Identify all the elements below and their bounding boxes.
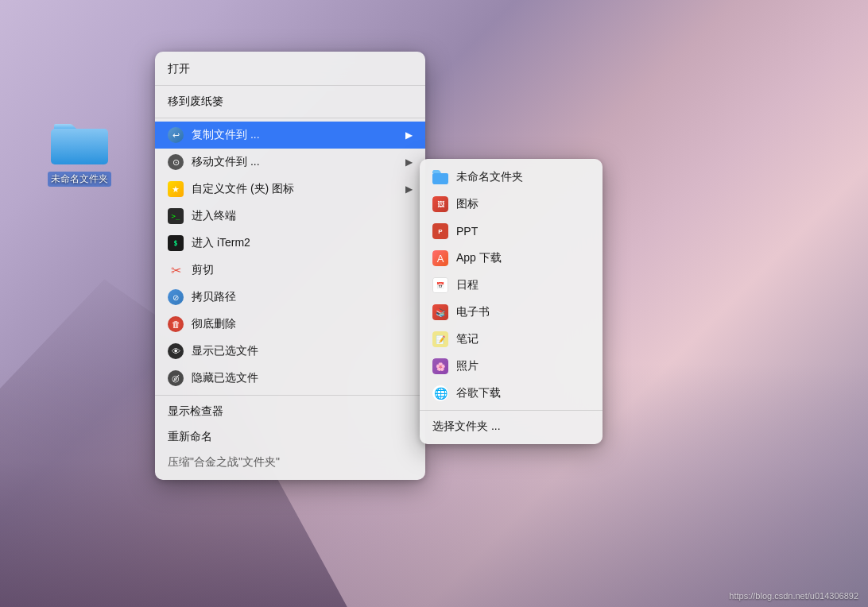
- menu-item-iterm2[interactable]: $ 进入 iTerm2: [155, 230, 425, 257]
- context-menu: 打开 移到废纸篓 ↩ 复制文件到 ... ▶ ⊙ 移动文件到 ... ▶ ★ 自…: [155, 52, 425, 480]
- submenu-separator: [420, 410, 603, 411]
- move-to-icon: ⊙: [168, 154, 184, 170]
- menu-item-cut-label: 剪切: [192, 263, 413, 277]
- menu-item-copy-to[interactable]: ↩ 复制文件到 ... ▶: [155, 122, 425, 149]
- menu-item-more[interactable]: 压缩"合金之战"文件夹": [155, 450, 425, 475]
- hide-icon: ◎̸: [168, 370, 184, 386]
- submenu-photos-label: 照片: [456, 359, 590, 373]
- copy-path-icon: ⊘: [168, 289, 184, 305]
- svg-rect-0: [51, 129, 108, 164]
- submenu-item-photos[interactable]: 🌸 照片: [420, 353, 603, 380]
- separator-1: [155, 85, 425, 86]
- menu-item-open[interactable]: 打开: [155, 56, 425, 82]
- folder-icon: [51, 119, 108, 167]
- submenu-chrome-download-label: 谷歌下载: [456, 386, 590, 400]
- menu-item-delete-label: 彻底删除: [192, 317, 413, 331]
- submenu-item-chrome-download[interactable]: 🌐 谷歌下载: [420, 380, 603, 407]
- menu-item-copy-path[interactable]: ⊘ 拷贝路径: [155, 284, 425, 311]
- submenu-photos-icon: 🌸: [432, 358, 448, 374]
- submenu-item-schedule[interactable]: 📅 日程: [420, 272, 603, 299]
- separator-3: [155, 395, 425, 396]
- submenu-notes-label: 笔记: [456, 332, 590, 346]
- menu-item-rename[interactable]: 重新命名: [155, 424, 425, 450]
- submenu: 未命名文件夹 🖼 图标 P PPT A App 下载 📅 日程 📚 电子书: [420, 159, 603, 444]
- menu-item-move-to-label: 移动文件到 ...: [192, 155, 397, 169]
- delete-icon: 🗑: [168, 316, 184, 332]
- submenu-ppt-icon: P: [432, 223, 448, 239]
- submenu-item-notes[interactable]: 📝 笔记: [420, 326, 603, 353]
- menu-item-open-label: 打开: [168, 62, 413, 76]
- submenu-ebook-icon: 📚: [432, 304, 448, 320]
- submenu-app-icon: A: [432, 250, 448, 266]
- terminal-icon: >_: [168, 208, 184, 224]
- submenu-icons-label: 图标: [456, 197, 590, 211]
- menu-item-trash-label: 移到废纸篓: [168, 95, 413, 109]
- submenu-ppt-label: PPT: [456, 225, 590, 238]
- url-bar: https://blog.csdn.net/u014306892: [729, 591, 858, 601]
- submenu-folder-icon: [432, 169, 448, 185]
- iterm2-icon: $: [168, 235, 184, 251]
- submenu-item-app-download[interactable]: A App 下载: [420, 245, 603, 272]
- submenu-ebook-label: 电子书: [456, 305, 590, 319]
- copy-to-icon: ↩: [168, 127, 184, 143]
- menu-item-more-label: 压缩"合金之战"文件夹": [168, 455, 413, 470]
- menu-item-move-to[interactable]: ⊙ 移动文件到 ... ▶: [155, 149, 425, 176]
- submenu-item-ppt[interactable]: P PPT: [420, 218, 603, 245]
- menu-item-terminal[interactable]: >_ 进入终端: [155, 203, 425, 230]
- menu-item-copy-path-label: 拷贝路径: [192, 290, 413, 304]
- menu-item-show[interactable]: 👁 显示已选文件: [155, 338, 425, 365]
- menu-item-terminal-label: 进入终端: [192, 209, 413, 223]
- custom-icon-arrow: ▶: [405, 184, 413, 195]
- custom-icon-icon: ★: [168, 181, 184, 197]
- menu-item-trash[interactable]: 移到废纸篓: [155, 89, 425, 114]
- url-text: https://blog.csdn.net/u014306892: [729, 591, 858, 601]
- choose-folder-label: 选择文件夹 ...: [432, 419, 501, 434]
- submenu-schedule-icon: 📅: [432, 277, 448, 293]
- show-icon: 👁: [168, 343, 184, 359]
- menu-item-custom-icon[interactable]: ★ 自定义文件 (夹) 图标 ▶: [155, 176, 425, 203]
- separator-2: [155, 118, 425, 118]
- menu-item-inspector-label: 显示检查器: [168, 404, 413, 419]
- menu-item-show-label: 显示已选文件: [192, 344, 413, 358]
- submenu-schedule-label: 日程: [456, 278, 590, 292]
- submenu-choose-folder[interactable]: 选择文件夹 ...: [420, 414, 603, 439]
- copy-to-arrow: ▶: [405, 130, 413, 141]
- submenu-app-download-label: App 下载: [456, 251, 590, 265]
- menu-item-delete[interactable]: 🗑 彻底删除: [155, 311, 425, 338]
- folder-label: 未命名文件夹: [48, 172, 111, 187]
- submenu-chrome-icon: 🌐: [432, 385, 448, 401]
- submenu-notes-icon: 📝: [432, 331, 448, 347]
- menu-item-cut[interactable]: ✂ 剪切: [155, 257, 425, 284]
- menu-item-hide[interactable]: ◎̸ 隐藏已选文件: [155, 365, 425, 392]
- cut-icon: ✂: [168, 262, 184, 278]
- submenu-item-icons[interactable]: 🖼 图标: [420, 191, 603, 218]
- menu-item-custom-icon-label: 自定义文件 (夹) 图标: [192, 182, 397, 196]
- menu-item-iterm2-label: 进入 iTerm2: [192, 236, 413, 250]
- menu-item-copy-to-label: 复制文件到 ...: [192, 128, 397, 142]
- submenu-unnamed-folder-label: 未命名文件夹: [456, 170, 590, 184]
- submenu-item-ebook[interactable]: 📚 电子书: [420, 299, 603, 326]
- submenu-item-unnamed-folder[interactable]: 未命名文件夹: [420, 164, 603, 191]
- menu-item-inspector[interactable]: 显示检查器: [155, 399, 425, 424]
- menu-item-hide-label: 隐藏已选文件: [192, 371, 413, 385]
- desktop-folder[interactable]: 未命名文件夹: [48, 119, 111, 187]
- svg-rect-1: [432, 173, 448, 184]
- submenu-icons-icon: 🖼: [432, 196, 448, 212]
- move-to-arrow: ▶: [405, 157, 413, 168]
- menu-item-rename-label: 重新命名: [168, 430, 413, 444]
